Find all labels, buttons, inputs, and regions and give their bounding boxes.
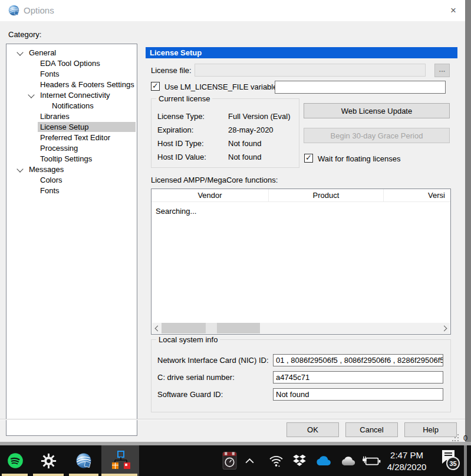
wifi-button[interactable] (266, 445, 285, 476)
tree-item-libraries[interactable]: Libraries (6, 111, 137, 121)
app-indicator (2, 474, 28, 476)
help-button[interactable]: Help (404, 422, 457, 437)
network-interface-card-nic-id-field[interactable]: 01 , 8086f29506f5 , 8086f29506f6 , 8286f… (273, 354, 443, 366)
tree-item-processing[interactable]: Processing (6, 143, 137, 153)
host-id-type-label: Host ID Type: (157, 139, 228, 148)
column-header-versi[interactable]: Versi (384, 189, 451, 201)
tree-item-general[interactable]: General (6, 47, 137, 58)
taskbar-spotify-button[interactable] (0, 445, 31, 476)
local-system-info-group: Local system info Network Interface Card… (151, 339, 451, 412)
current-license-row: Host ID Value:Not found (157, 150, 297, 164)
current-license-row: Host ID Type:Not found (157, 137, 297, 150)
onedrive-button[interactable] (313, 445, 333, 476)
tree-item-label: Messages (27, 164, 66, 174)
web-license-update-button[interactable]: Web License Update (304, 103, 450, 118)
tree-item-fonts[interactable]: Fonts (6, 68, 137, 79)
scroll-left-icon[interactable] (152, 323, 162, 333)
license-type-label: License Type: (157, 112, 228, 121)
chevron-down-icon[interactable] (27, 90, 38, 100)
scrollbar-thumb[interactable] (162, 323, 260, 333)
footer-separator (0, 419, 465, 420)
lm-license-input[interactable] (275, 81, 446, 94)
clock-time: 2:47 PM (383, 449, 430, 461)
taskbar-active-app-button[interactable] (101, 445, 139, 476)
notification-badge: 35 (446, 457, 460, 470)
battery-button[interactable] (361, 445, 382, 476)
chevron-up-icon (245, 458, 255, 464)
local-info-row: Software Guard ID:Not found (157, 386, 443, 403)
current-license-row: License Type:Full Version (Eval) (157, 110, 297, 123)
lm-license-checkbox[interactable] (151, 82, 160, 91)
column-header-product[interactable]: Product (269, 189, 384, 201)
tree-item-label: Preferred Text Editor (38, 133, 113, 143)
tree-item-license-setup[interactable]: License Setup (6, 121, 137, 132)
app-indicator (69, 474, 98, 476)
tree-item-label: Libraries (38, 111, 72, 121)
local-info-row: C: drive serial number:a4745c71 (157, 369, 443, 386)
tree-item-colors[interactable]: Colors (6, 174, 137, 185)
dropbox-button[interactable] (291, 445, 308, 476)
quartus-globe-icon (75, 452, 93, 470)
local-system-info-rows: Network Interface Card (NIC) ID:01 , 808… (157, 352, 443, 403)
taskbar: 2:47 PM 4/28/2020 35 (0, 445, 471, 476)
tree-item-internet-connectivity[interactable]: Internet Connectivity (6, 90, 137, 100)
ok-button[interactable]: OK (286, 422, 339, 437)
action-center-button[interactable]: 35 (439, 449, 463, 472)
app-indicator (101, 474, 137, 476)
onedrive-personal-button[interactable] (338, 445, 357, 476)
software-guard-id-field[interactable]: Not found (273, 388, 443, 401)
table-status: Searching... (156, 207, 196, 216)
floating-licenses-checkbox[interactable] (304, 154, 313, 163)
tree-item-label: Internet Connectivity (38, 90, 113, 100)
screen: Options × Category: GeneralEDA Tool Opti… (0, 0, 471, 476)
cloud-blue-icon (314, 455, 332, 466)
taskbar-quartus-button[interactable] (66, 445, 101, 476)
browse-button[interactable]: ... (434, 64, 450, 77)
tree-item-eda-tool-options[interactable]: EDA Tool Options (6, 58, 137, 68)
functions-table: VendorProductVersi Searching... (151, 189, 451, 335)
software-guard-id-label: Software Guard ID: (157, 390, 273, 399)
chevron-down-icon[interactable] (15, 47, 27, 58)
block-hierarchy-icon (110, 450, 130, 471)
battery-charging-icon (362, 455, 381, 467)
tree-item-notifications[interactable]: Notifications (6, 100, 137, 111)
functions-table-header: VendorProductVersi (151, 189, 450, 202)
floating-licenses-label: Wait for floating licenses (318, 154, 400, 163)
show-hidden-icons-button[interactable] (242, 445, 257, 476)
expiration-label: Expiration: (157, 125, 228, 134)
tree-item-messages[interactable]: Messages (6, 164, 137, 174)
horizontal-scrollbar[interactable] (152, 323, 450, 333)
chevron-down-icon[interactable] (15, 164, 27, 174)
options-dialog: Options × Category: GeneralEDA Tool Opti… (0, 0, 465, 442)
taskbar-settings-button[interactable] (31, 445, 66, 476)
scroll-right-icon[interactable] (440, 323, 450, 333)
column-header-vendor[interactable]: Vendor (151, 189, 269, 201)
cloud-gray-icon (340, 456, 357, 466)
license-type-value: Full Version (Eval) (228, 112, 290, 121)
lm-license-label: Use LM_LICENSE_FILE variable: (164, 82, 279, 91)
cancel-button[interactable]: Cancel (345, 422, 398, 437)
recorder-timer-icon (222, 451, 237, 471)
resize-grip[interactable] (452, 434, 459, 441)
license-file-input[interactable] (195, 64, 426, 77)
tray-recorder-button[interactable] (220, 445, 238, 476)
tree-item-headers-footers-settings[interactable]: Headers & Footers Settings (6, 79, 137, 90)
current-license-group: Current license License Type:Full Versio… (151, 98, 299, 168)
tree-item-preferred-text-editor[interactable]: Preferred Text Editor (6, 132, 137, 143)
gear-icon (41, 453, 57, 469)
close-button[interactable]: × (445, 3, 462, 18)
page-title: License Setup (146, 47, 457, 58)
category-tree[interactable]: GeneralEDA Tool OptionsFontsHeaders & Fo… (6, 44, 137, 436)
taskbar-clock[interactable]: 2:47 PM 4/28/2020 (383, 449, 430, 473)
title-bar[interactable]: Options × (0, 0, 465, 21)
tree-item-tooltip-settings[interactable]: Tooltip Settings (6, 153, 137, 164)
scrollbar-thumb-highlight (206, 323, 217, 333)
tree-item-fonts[interactable]: Fonts (6, 185, 137, 196)
tree-item-label: Processing (38, 143, 80, 153)
c-drive-serial-number-field[interactable]: a4745c71 (273, 371, 443, 384)
host-id-value-label: Host ID Value: (157, 153, 228, 161)
tree-item-label: License Setup (38, 122, 136, 132)
expiration-value: 28-may-2020 (228, 125, 274, 134)
tree-item-label: Tooltip Settings (38, 154, 94, 164)
tree-item-label: EDA Tool Options (38, 58, 103, 68)
